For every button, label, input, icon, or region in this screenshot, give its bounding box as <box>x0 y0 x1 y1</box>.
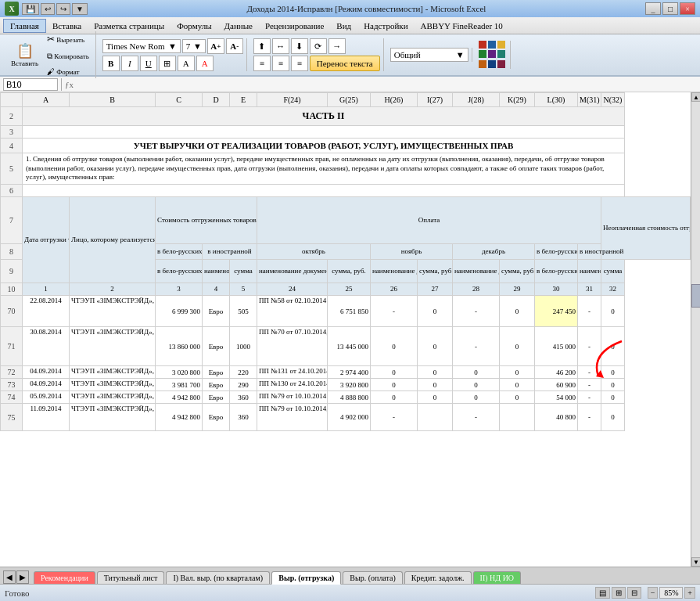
zoom-in-button[interactable]: + <box>684 587 695 599</box>
num-5[interactable]: 5 <box>230 283 257 296</box>
entity-74[interactable]: ЧТЭУП «ЗІМЭКСТРЭЙД», Акт №50 от 05.09.20… <box>70 391 156 404</box>
entity-70[interactable]: ЧТЭУП «ЗІМЭКСТРЭЙД», Акт №42 от 22.08.20… <box>70 296 156 327</box>
font-color-button[interactable]: A <box>196 56 214 71</box>
nov-doc-71[interactable]: 0 <box>371 327 418 366</box>
col-N[interactable]: N(32) <box>601 93 625 107</box>
oct-amt-71[interactable]: 13 445 000 <box>328 327 371 366</box>
num-2[interactable]: 2 <box>70 283 156 296</box>
oct-amt-74[interactable]: 4 888 800 <box>328 391 371 404</box>
oct-amt-72[interactable]: 2 974 400 <box>328 366 371 379</box>
nov-amt-71[interactable]: 0 <box>418 327 453 366</box>
vertical-scrollbar[interactable]: ▲ ▼ <box>691 92 700 567</box>
dec-doc-70[interactable]: - <box>453 296 500 327</box>
data-row-74[interactable]: 74 05.09.2014 ЧТЭУП «ЗІМЭКСТРЭЙД», Акт №… <box>1 391 691 404</box>
curr-amt-74[interactable]: 360 <box>230 391 257 404</box>
num-30[interactable]: 30 <box>535 283 578 296</box>
nov-amt-75[interactable] <box>418 404 453 431</box>
curr-amt-70[interactable]: 505 <box>230 296 257 327</box>
dec-amt-74[interactable]: 0 <box>500 391 535 404</box>
date-71[interactable]: 30.08.2014 <box>23 327 70 366</box>
oct-amt-73[interactable]: 3 920 800 <box>328 379 371 391</box>
col-J[interactable]: J(28) <box>453 93 500 107</box>
tab-recommendations[interactable]: Рекомендации <box>34 571 95 584</box>
col-I[interactable]: I(27) <box>418 93 453 107</box>
num-27[interactable]: 27 <box>418 283 453 296</box>
curr-amt-73[interactable]: 290 <box>230 379 257 391</box>
dec-amt-73[interactable]: 0 <box>500 379 535 391</box>
decrease-font-size[interactable]: A- <box>226 38 243 54</box>
date-73[interactable]: 04.09.2014 <box>23 379 70 391</box>
nov-doc-75[interactable]: - <box>371 404 418 431</box>
nov-doc-70[interactable]: - <box>371 296 418 327</box>
align-right-button[interactable]: ≡ <box>291 56 308 71</box>
menu-abbyy[interactable]: ABBYY FineReader 10 <box>415 20 509 32</box>
col-M[interactable]: M(31) <box>578 93 601 107</box>
unpaid-byr-71[interactable]: 415 000 <box>535 327 578 366</box>
menu-addins[interactable]: Надстройки <box>357 20 414 32</box>
unpaid-amt-71[interactable]: 0 <box>601 327 625 366</box>
oct-amt-75[interactable]: 4 902 000 <box>328 404 371 431</box>
copy-button[interactable]: ⧉Копировать <box>44 49 92 63</box>
oct-doc-73[interactable]: ПП №130 от 24.10.2014 <box>257 379 328 391</box>
unpaid-curr-71[interactable]: - <box>578 327 601 366</box>
tab-quarterly[interactable]: I) Вал. выр. (по кварталам) <box>166 571 270 584</box>
currency-71[interactable]: Евро <box>203 327 230 366</box>
menu-insert[interactable]: Вставка <box>46 20 88 32</box>
dec-doc-71[interactable]: - <box>453 327 500 366</box>
nov-doc-73[interactable]: 0 <box>371 379 418 391</box>
unpaid-byr-73[interactable]: 60 900 <box>535 379 578 391</box>
date-74[interactable]: 05.09.2014 <box>23 391 70 404</box>
page-layout-view-button[interactable]: ⊞ <box>612 587 626 599</box>
col-H[interactable]: H(26) <box>371 93 418 107</box>
close-button[interactable]: × <box>680 2 695 15</box>
unpaid-amt-74[interactable]: 0 <box>601 391 625 404</box>
dec-doc-72[interactable]: 0 <box>453 366 500 379</box>
nov-amt-74[interactable]: 0 <box>418 391 453 404</box>
nov-amt-73[interactable]: 0 <box>418 379 453 391</box>
date-72[interactable]: 04.09.2014 <box>23 366 70 379</box>
col-B[interactable]: B <box>70 93 156 107</box>
nov-amt-72[interactable]: 0 <box>418 366 453 379</box>
unpaid-amt-70[interactable]: 0 <box>601 296 625 327</box>
currency-74[interactable]: Евро <box>203 391 230 404</box>
date-75[interactable]: 11.09.2014 <box>23 404 70 431</box>
scroll-down-button[interactable]: ▼ <box>691 557 700 567</box>
zoom-control[interactable]: − 85% + <box>648 587 695 599</box>
align-bottom-button[interactable]: ⬇ <box>291 38 308 54</box>
quick-undo[interactable]: ↩ <box>41 3 55 15</box>
menu-data[interactable]: Данные <box>218 20 259 32</box>
curr-amt-72[interactable]: 220 <box>230 366 257 379</box>
oct-amt-70[interactable]: 6 751 850 <box>328 296 371 327</box>
col-G[interactable]: G(25) <box>328 93 371 107</box>
curr-amt-71[interactable]: 1000 <box>230 327 257 366</box>
window-controls[interactable]: _ □ × <box>645 2 695 15</box>
num-29[interactable]: 29 <box>500 283 535 296</box>
formula-input[interactable] <box>77 78 697 91</box>
entity-72[interactable]: ЧТЭУП «ЗІМЭКСТРЭЙД», Акт №51 от 04.09.20… <box>70 366 156 379</box>
number-format-selector[interactable]: Общий ▼ <box>390 48 468 62</box>
quick-save[interactable]: 💾 <box>22 3 39 15</box>
unpaid-amt-72[interactable]: 0 <box>601 366 625 379</box>
oct-doc-74[interactable]: ПП №79 от 10.10.2014 <box>257 391 328 404</box>
font-size-selector[interactable]: 7 ▼ <box>182 39 206 53</box>
amt-byr-71[interactable]: 13 860 000 <box>156 327 203 366</box>
oct-doc-75[interactable]: ПП №79 от 10.10.2014, ПП №87 от 20.10.20… <box>257 404 328 431</box>
menu-formulas[interactable]: Формулы <box>171 20 217 32</box>
name-box[interactable] <box>3 78 58 91</box>
menu-view[interactable]: Вид <box>330 20 357 32</box>
zoom-out-button[interactable]: − <box>648 587 659 599</box>
text-direction-button[interactable]: ⟳ <box>310 38 327 54</box>
dec-amt-70[interactable]: 0 <box>500 296 535 327</box>
dec-doc-73[interactable]: 0 <box>453 379 500 391</box>
dec-amt-72[interactable]: 0 <box>500 366 535 379</box>
dec-doc-75[interactable]: - <box>453 404 500 431</box>
increase-font-size[interactable]: A+ <box>207 38 224 54</box>
tab-payment[interactable]: Выр. (оплата) <box>343 571 403 584</box>
num-3[interactable]: 3 <box>156 283 203 296</box>
col-D[interactable]: D <box>203 93 230 107</box>
border-button[interactable]: ⊞ <box>159 56 176 71</box>
unpaid-byr-72[interactable]: 46 200 <box>535 366 578 379</box>
data-row-73[interactable]: 73 04.09.2014 ЧТЭУП «ЗІМЭКСТРЭЙД», Акт №… <box>1 379 691 391</box>
fill-color-button[interactable]: A <box>178 56 195 71</box>
currency-73[interactable]: Евро <box>203 379 230 391</box>
